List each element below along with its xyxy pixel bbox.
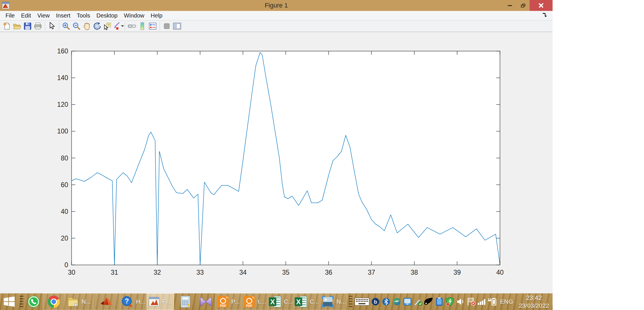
svg-text:PDF: PDF — [220, 304, 226, 307]
taskbar-matlab-figure-button[interactable]: Fi... — [147, 293, 174, 310]
taskbar-excel-2-label: C... — [310, 298, 319, 305]
taskbar-chrome-button[interactable] — [43, 293, 65, 310]
taskbar-whatsapp-button[interactable] — [25, 293, 43, 310]
data-cursor-button[interactable] — [103, 21, 112, 31]
edit-plot-button[interactable] — [47, 21, 57, 31]
tray-bluetooth-icon — [382, 298, 390, 306]
language-indicator[interactable]: ENG — [498, 293, 515, 310]
dock-figure-button[interactable] — [542, 12, 548, 19]
taskbar-chrome-icon — [48, 296, 60, 308]
taskbar-grip-1-handle[interactable] — [18, 293, 25, 310]
tray-audio-device-icon — [423, 297, 434, 306]
menu-window[interactable]: Window — [121, 11, 147, 20]
clock[interactable]: 23:4223/03/2022 — [515, 293, 552, 310]
menu-help[interactable]: Help — [147, 11, 166, 20]
y-tick-label: 40 — [61, 208, 68, 215]
y-tick-label: 60 — [61, 181, 68, 189]
taskbar-start-button[interactable] — [0, 293, 18, 310]
svg-text:X: X — [270, 298, 275, 306]
rotate-3d-button[interactable] — [92, 21, 102, 31]
open-file-button[interactable] — [12, 21, 22, 31]
svg-text:b: b — [374, 299, 377, 305]
tray-idm-button[interactable] — [391, 293, 402, 310]
toolbar — [0, 21, 553, 32]
taskbar-excel-1-icon: X — [269, 296, 281, 308]
tray-pen-settings-button[interactable] — [413, 293, 423, 310]
clock-date: 23/03/2022 — [519, 302, 549, 309]
insert-legend-button[interactable] — [148, 21, 158, 31]
pan-button[interactable] — [82, 21, 92, 31]
taskbar-photo-viewer-button[interactable]: N... — [320, 293, 347, 310]
tray-power-button[interactable] — [487, 293, 498, 310]
menu-tools[interactable]: Tools — [74, 11, 93, 20]
tray-bluetooth-button[interactable] — [381, 293, 391, 310]
taskbar-excel-1-button[interactable]: XC... — [268, 293, 294, 310]
taskbar-calculator-button[interactable] — [174, 293, 197, 310]
save-figure-button[interactable] — [23, 21, 32, 31]
brush-data-button[interactable] — [113, 21, 123, 31]
menu-desktop[interactable]: Desktop — [93, 11, 120, 20]
taskbar-excel-1-label: C... — [284, 298, 293, 305]
toolbar-separator — [125, 22, 125, 30]
x-tick-label: 34 — [239, 269, 247, 276]
x-tick-label: 40 — [496, 269, 504, 276]
y-tick-label: 140 — [57, 74, 68, 82]
tray-sync-app-button[interactable] — [434, 293, 444, 310]
show-plot-tools-button[interactable] — [172, 21, 182, 31]
taskbar-matlab-help-button[interactable]: ?H... — [120, 293, 146, 310]
taskbar-matlab-help-label: H... — [136, 298, 145, 305]
tray-audio-device-button[interactable] — [423, 293, 434, 310]
dropdown-caret-icon[interactable] — [121, 25, 124, 27]
clock-time: 23:42 — [519, 294, 549, 302]
plot-area: 3031323334353637383940020406080100120140… — [0, 32, 553, 293]
tray-sync-app-icon — [435, 297, 443, 306]
hide-plot-tools-icon — [163, 23, 170, 30]
titlebar[interactable]: Figure 1 — [0, 0, 553, 11]
taskbar: N...?H...Fi...PDFP...PDFt....XC...XC...N… — [0, 293, 553, 310]
zoom-out-button[interactable] — [72, 21, 81, 31]
save-figure-icon — [24, 22, 31, 30]
menu-insert[interactable]: Insert — [53, 11, 74, 20]
zoom-in-button[interactable] — [61, 21, 71, 31]
tray-intel-graphics-button[interactable] — [402, 293, 413, 310]
new-figure-button[interactable] — [2, 21, 12, 31]
toolbar-separator — [59, 22, 59, 30]
menu-file[interactable]: File — [2, 11, 18, 20]
print-figure-button[interactable] — [33, 21, 43, 31]
taskbar-start-icon — [3, 296, 15, 307]
taskbar-foxit-reader-1-label: P... — [231, 298, 240, 305]
tray-utorrent-button[interactable]: b — [370, 293, 381, 310]
taskbar-photo-viewer-icon — [321, 296, 334, 308]
taskbar-excel-2-button[interactable]: XC... — [294, 293, 319, 310]
close-icon — [538, 3, 544, 8]
tray-network-button[interactable] — [476, 293, 487, 310]
taskbar-file-explorer-button[interactable]: N... — [65, 293, 93, 310]
svg-text:X: X — [296, 298, 301, 306]
open-file-icon — [13, 22, 22, 30]
taskbar-matlab-button[interactable] — [93, 293, 120, 310]
figure-canvas: 3031323334353637383940020406080100120140… — [0, 32, 553, 293]
menubar: FileEditViewInsertToolsDesktopWindowHelp — [0, 11, 553, 20]
insert-colorbar-icon — [141, 22, 144, 30]
taskbar-touch-keyboard-button[interactable] — [354, 293, 370, 310]
taskbar-touch-keyboard-icon — [354, 297, 369, 307]
taskbar-kmplayer-button[interactable] — [197, 293, 215, 310]
taskbar-grip-2-handle[interactable] — [348, 293, 354, 310]
taskbar-foxit-reader-1-button[interactable]: PDFP... — [215, 293, 241, 310]
x-tick-label: 32 — [154, 269, 161, 276]
window-title: Figure 1 — [0, 2, 553, 9]
link-plot-button[interactable] — [127, 21, 137, 31]
hide-plot-tools-button[interactable] — [162, 21, 172, 31]
menu-edit[interactable]: Edit — [18, 11, 34, 20]
menu-view[interactable]: View — [34, 11, 53, 20]
x-tick-label: 36 — [325, 269, 332, 276]
insert-colorbar-button[interactable] — [137, 21, 147, 31]
screen: Figure 1 FileEditViewInsertToolsDesktopW… — [0, 0, 644, 310]
zoom-in-icon — [62, 22, 70, 30]
tray-volume-button[interactable] — [455, 293, 466, 310]
taskbar-foxit-reader-2-button[interactable]: PDFt.... — [242, 293, 268, 310]
taskbar-excel-2-icon: X — [295, 296, 307, 308]
y-tick-label: 160 — [57, 47, 68, 55]
tray-antivirus-button[interactable] — [444, 293, 455, 310]
tray-action-center-button[interactable] — [466, 293, 476, 310]
